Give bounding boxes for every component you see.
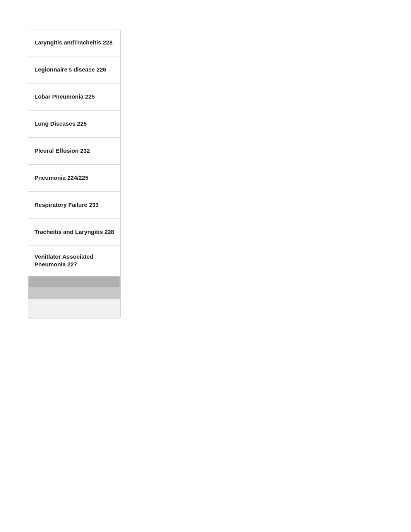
list-item-legionnaire[interactable]: Legionnaire's disease 226 [28,56,120,84]
list-item-label-pneumonia: Pneumonia 224/225 [34,174,88,182]
list-item-lobar-pneumonia[interactable]: Lobar Pneumonia 225 [28,84,120,111]
scrollbar-thumb[interactable] [29,276,120,287]
list-item-label-legionnaire: Legionnaire's disease 226 [34,66,106,73]
list-item-label-respiratory-failure: Respiratory Failure 233 [34,201,99,209]
list-item-tracheitis[interactable]: Tracheitis and Laryngitis 228 [28,219,120,246]
list-item-label-laryngitis: Laryngitis andTracheitis 228 [34,39,113,46]
list-item-label-pleural-effusion: Pleural Effusion 232 [34,147,90,155]
list-item-pneumonia[interactable]: Pneumonia 224/225 [28,165,120,192]
list-item-respiratory-failure[interactable]: Respiratory Failure 233 [28,192,120,219]
list-item-pleural-effusion[interactable]: Pleural Effusion 232 [28,138,120,165]
list-item-lung-diseases[interactable]: Lung Diseases 225 [28,111,120,138]
condition-list-panel: Laryngitis andTracheitis 228Legionnaire'… [28,29,121,319]
list-item-label-ventilator: Venitlator Associated Pneumonia 227 [34,253,114,269]
list-item-ventilator[interactable]: Venitlator Associated Pneumonia 227 [28,246,120,276]
list-item-laryngitis[interactable]: Laryngitis andTracheitis 228 [28,29,120,56]
list-item-label-tracheitis: Tracheitis and Laryngitis 228 [34,228,114,236]
panel-bottom-blank [28,299,120,319]
scrollbar-area[interactable] [28,276,120,299]
list-item-label-lobar-pneumonia: Lobar Pneumonia 225 [34,93,95,101]
list-item-label-lung-diseases: Lung Diseases 225 [34,120,87,128]
